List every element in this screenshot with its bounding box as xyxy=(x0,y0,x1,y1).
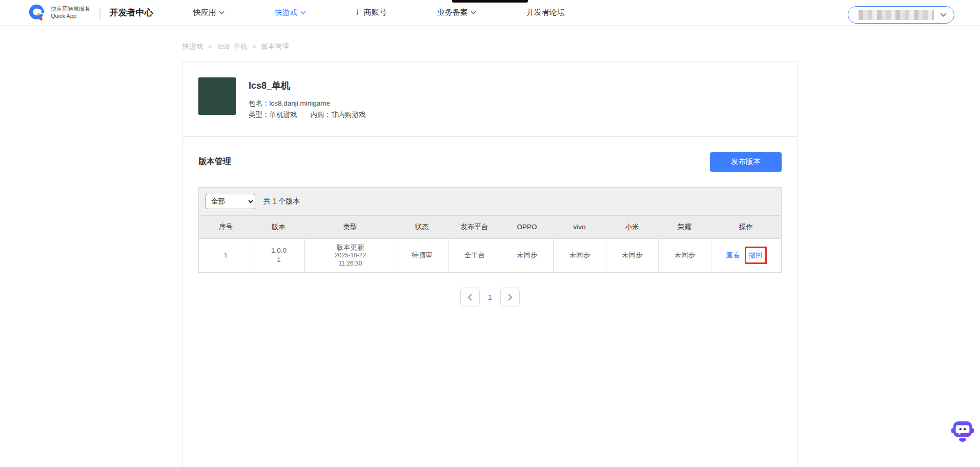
pagination: 1 xyxy=(198,288,782,307)
package-label: 包名： xyxy=(249,99,270,107)
table-filter-bar: 全部 共 1 个版本 xyxy=(199,188,781,216)
brand-line1: 快应用智慧服务 xyxy=(51,6,90,13)
nav-item-label: 开发者论坛 xyxy=(526,8,565,17)
version-filter-select[interactable]: 全部 xyxy=(206,194,255,209)
version-number: 1.0.0 xyxy=(271,246,287,255)
brand-divider: | xyxy=(98,6,101,19)
nav-item-label: 快游戏 xyxy=(275,8,298,17)
nav-item-quickgame[interactable]: 快游戏 xyxy=(275,8,306,17)
col-header-status: 状态 xyxy=(396,216,448,238)
col-header-oppo: OPPO xyxy=(501,216,553,238)
col-header-xiaomi: 小米 xyxy=(606,216,658,238)
chevron-right-icon xyxy=(507,294,513,301)
top-nav: 快应用智慧服务 Quick App | 开发者中心 快应用 快游戏 厂商账号 业… xyxy=(0,0,980,26)
breadcrumb-separator: > xyxy=(252,43,256,50)
account-name-redacted xyxy=(859,10,934,20)
cell-type: 版本更新 2025-10-22 11:26:30 xyxy=(304,239,396,272)
update-date: 2025-10-22 xyxy=(335,252,366,260)
col-header-actions: 操作 xyxy=(711,216,781,238)
redaction-bar xyxy=(452,0,528,3)
app-name: lcs8_单机 xyxy=(249,79,366,92)
col-header-version: 版本 xyxy=(253,216,304,238)
prev-page-button[interactable] xyxy=(460,288,480,307)
chevron-down-icon xyxy=(300,11,306,14)
app-type-line: 类型：单机游戏内购：非内购游戏 xyxy=(249,109,366,120)
cell-oppo-status: 未同步 xyxy=(501,239,553,272)
annotation-highlight-box: 撤回 xyxy=(745,247,767,264)
cell-vivo-status: 未同步 xyxy=(553,239,606,272)
update-time: 11:26:30 xyxy=(339,260,362,268)
nav-item-vendor-account[interactable]: 厂商账号 xyxy=(356,8,387,17)
brand-text: 快应用智慧服务 Quick App xyxy=(51,6,90,20)
col-header-type: 类型 xyxy=(304,216,396,238)
col-header-platform: 发布平台 xyxy=(448,216,501,238)
version-management-card: 版本管理 发布版本 全部 共 1 个版本 序号 版本 类型 状态 发布平台 OP… xyxy=(182,136,798,467)
chat-bot-icon xyxy=(951,420,974,442)
cell-index: 1 xyxy=(199,239,253,272)
page: 快应用智慧服务 Quick App | 开发者中心 快应用 快游戏 厂商账号 业… xyxy=(0,0,980,467)
nav-item-quickapp[interactable]: 快应用 xyxy=(193,8,224,17)
version-code: 1 xyxy=(277,255,281,265)
table-header-row: 序号 版本 类型 状态 发布平台 OPPO vivo 小米 荣耀 操作 xyxy=(199,216,781,238)
col-header-vivo: vivo xyxy=(553,216,606,238)
chevron-left-icon xyxy=(467,294,473,301)
portal-title: 开发者中心 xyxy=(110,7,153,18)
brand-line2: Quick App xyxy=(51,13,90,20)
brand[interactable]: 快应用智慧服务 Quick App | 开发者中心 xyxy=(28,4,153,22)
version-count: 共 1 个版本 xyxy=(263,197,300,206)
breadcrumb: 快游戏 > lcs8_单机 > 版本管理 xyxy=(182,42,798,51)
cell-xiaomi-status: 未同步 xyxy=(606,239,658,272)
nav-item-label: 厂商账号 xyxy=(356,8,387,17)
package-value: lcs8.danji.minigame xyxy=(270,99,331,107)
nav-item-label: 快应用 xyxy=(193,8,216,17)
type-label: 类型： xyxy=(249,111,270,118)
section-title: 版本管理 xyxy=(198,156,231,167)
col-header-honor: 荣耀 xyxy=(658,216,711,238)
cell-honor-status: 未同步 xyxy=(658,239,711,272)
nav-item-business-filing[interactable]: 业务备案 xyxy=(437,8,476,17)
cell-actions: 查看 撤回 xyxy=(711,239,781,272)
app-info-card: lcs8_单机 包名：lcs8.danji.minigame 类型：单机游戏内购… xyxy=(182,62,798,137)
account-selector[interactable] xyxy=(848,6,954,24)
app-icon xyxy=(198,77,236,115)
iap-label: 内购： xyxy=(311,111,332,118)
chatbot-button[interactable] xyxy=(951,420,974,442)
publish-version-button[interactable]: 发布版本 xyxy=(710,152,782,172)
app-package-line: 包名：lcs8.danji.minigame xyxy=(249,98,366,109)
nav-item-label: 业务备案 xyxy=(437,8,468,17)
next-page-button[interactable] xyxy=(500,288,520,307)
chevron-down-icon xyxy=(471,11,476,14)
version-table: 全部 共 1 个版本 序号 版本 类型 状态 发布平台 OPPO vivo 小米… xyxy=(198,187,782,273)
breadcrumb-current: 版本管理 xyxy=(261,43,289,50)
chevron-down-icon xyxy=(940,13,947,17)
section-header: 版本管理 发布版本 xyxy=(198,152,782,172)
brand-logo-icon xyxy=(28,4,47,22)
view-link[interactable]: 查看 xyxy=(726,251,740,260)
breadcrumb-quickgame[interactable]: 快游戏 xyxy=(182,43,203,50)
col-header-index: 序号 xyxy=(199,216,253,238)
nav-item-developer-forum[interactable]: 开发者论坛 xyxy=(526,8,565,17)
app-info: lcs8_单机 包名：lcs8.danji.minigame 类型：单机游戏内购… xyxy=(249,77,366,121)
breadcrumb-app[interactable]: lcs8_单机 xyxy=(217,43,248,50)
cell-version: 1.0.0 1 xyxy=(253,239,304,272)
cell-platform: 全平台 xyxy=(448,239,501,272)
cell-status: 待预审 xyxy=(396,239,448,272)
chevron-down-icon xyxy=(219,11,224,14)
iap-value: 非内购游戏 xyxy=(331,111,366,118)
nav-items: 快应用 快游戏 厂商账号 业务备案 开发者论坛 xyxy=(193,8,615,17)
type-value: 单机游戏 xyxy=(270,111,297,118)
update-type: 版本更新 xyxy=(337,243,364,252)
breadcrumb-separator: > xyxy=(208,43,212,50)
page-number[interactable]: 1 xyxy=(488,293,492,301)
main-content: 快游戏 > lcs8_单机 > 版本管理 lcs8_单机 包名：lcs8.dan… xyxy=(182,42,798,467)
table-row: 1 1.0.0 1 版本更新 2025-10-22 11:26:30 待预审 全… xyxy=(199,238,781,272)
withdraw-link[interactable]: 撤回 xyxy=(749,251,763,259)
